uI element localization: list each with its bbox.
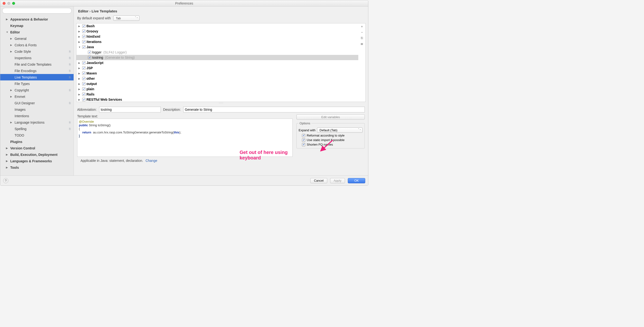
group-row-output[interactable]: ▶✓output (76, 81, 358, 86)
search-input[interactable] (2, 8, 72, 13)
group-checkbox[interactable]: ✓ (82, 93, 86, 96)
group-row-java[interactable]: ▼✓Java (76, 44, 358, 50)
group-row-iterations[interactable]: ▶✓iterations (76, 39, 358, 44)
default-expand-select[interactable]: Tab (113, 15, 140, 21)
copy-button[interactable]: ⎘ (360, 36, 364, 40)
chevron-icon: ▶ (78, 62, 81, 64)
sidebar-item-editor[interactable]: ▼Editor (0, 29, 74, 35)
sidebar-item-spelling[interactable]: Spelling⎘ (0, 126, 74, 132)
group-checkbox[interactable]: ✓ (88, 56, 91, 59)
sidebar-item-gui-designer[interactable]: GUI Designer⎘ (0, 100, 74, 106)
cancel-button[interactable]: Cancel (310, 178, 327, 183)
sidebar-item-build-execution-deployment[interactable]: ▶Build, Execution, Deployment (0, 151, 74, 158)
reformat-checkbox[interactable]: ✓ (302, 134, 305, 137)
sidebar-item-intentions[interactable]: Intentions (0, 113, 74, 119)
sidebar-item-label: File and Code Templates (14, 62, 52, 66)
group-row-other[interactable]: ▶✓other (76, 76, 358, 81)
group-checkbox[interactable]: ✓ (82, 77, 86, 80)
sidebar-item-label: GUI Designer (14, 101, 35, 105)
titlebar: Preferences (0, 0, 368, 6)
group-row-restful-web-services[interactable]: ▶✓RESTful Web Services (76, 97, 358, 102)
template-groups-list[interactable]: ▶✓Bash▶✓Groovy▶✓html/xml▶✓iterations▼✓Ja… (76, 23, 358, 102)
chevron-icon: ▶ (10, 50, 13, 53)
group-checkbox[interactable]: ✓ (82, 45, 86, 49)
group-checkbox[interactable]: ✓ (82, 66, 86, 70)
ok-button[interactable]: OK (348, 178, 365, 183)
abbreviation-input[interactable] (99, 107, 161, 112)
group-checkbox[interactable]: ✓ (82, 29, 86, 33)
group-label: Bash (86, 24, 94, 28)
sidebar-item-images[interactable]: Images (0, 106, 74, 113)
group-label: logger (92, 50, 102, 54)
sidebar-item-languages-frameworks[interactable]: ▶Languages & Frameworks (0, 158, 74, 164)
sidebar-item-emmet[interactable]: ▶Emmet (0, 93, 74, 100)
sidebar-item-label: File Encodings (14, 69, 36, 73)
sidebar-item-code-style[interactable]: ▶Code Style⎘ (0, 48, 74, 55)
project-scope-icon: ⎘ (69, 127, 71, 131)
group-row-jsp[interactable]: ▶✓JSP (76, 65, 358, 71)
group-checkbox[interactable]: ✓ (82, 72, 86, 75)
sidebar-item-file-and-code-templates[interactable]: File and Code Templates⎘ (0, 61, 74, 67)
template-text-editor[interactable]: @Override public String toString() { ret… (77, 119, 292, 157)
chevron-icon: ▶ (78, 77, 81, 80)
group-row-maven[interactable]: ▶✓Maven (76, 71, 358, 76)
remove-button[interactable]: − (360, 30, 364, 34)
sidebar-item-plugins[interactable]: Plugins (0, 138, 74, 145)
dialog-footer: ? Cancel Apply OK (0, 175, 368, 185)
group-row-rails[interactable]: ▶✓Rails (76, 92, 358, 97)
sidebar-item-label: File Types (14, 82, 30, 86)
group-row-bash[interactable]: ▶✓Bash (76, 23, 358, 29)
group-label: JSP (86, 66, 93, 70)
options-group: Options Expand with Default (Tab) ✓Refor… (296, 121, 365, 148)
paste-button[interactable]: ≣ (360, 41, 364, 46)
sidebar-item-file-encodings[interactable]: File Encodings⎘ (0, 67, 74, 74)
group-row-logger[interactable]: ✓logger(SLF4J Logger) (76, 50, 358, 55)
change-context-link[interactable]: Change (146, 159, 157, 163)
sidebar-item-keymap[interactable]: Keymap (0, 22, 74, 29)
sidebar-item-colors-fonts[interactable]: ▶Colors & Fonts (0, 42, 74, 48)
group-row-groovy[interactable]: ▶✓Groovy (76, 29, 358, 34)
chevron-icon: ▶ (78, 93, 81, 96)
reformat-label: Reformat according to style (307, 134, 344, 137)
sidebar-item-todo[interactable]: TODO (0, 132, 74, 138)
group-checkbox[interactable]: ✓ (82, 98, 86, 101)
sidebar-item-language-injections[interactable]: ▶Language Injections⎘ (0, 119, 74, 126)
shorten-fq-checkbox[interactable]: ✓ (302, 143, 305, 146)
sidebar-item-file-types[interactable]: File Types (0, 80, 74, 87)
sidebar-item-general[interactable]: ▶General (0, 35, 74, 42)
expand-with-select[interactable]: Default (Tab) (317, 127, 362, 133)
sidebar-item-label: Appearance & Behavior (10, 17, 48, 21)
group-row-html-xml[interactable]: ▶✓html/xml (76, 34, 358, 39)
group-checkbox[interactable]: ✓ (82, 40, 86, 43)
group-row-plain[interactable]: ▶✓plain (76, 86, 358, 92)
group-label: plain (86, 87, 94, 91)
sidebar-item-label: Version Control (10, 146, 35, 150)
group-row-tostring[interactable]: ✓tostring(Generate to String) (76, 55, 358, 60)
sidebar-item-version-control[interactable]: ▶Version Control (0, 145, 74, 151)
group-label: output (86, 82, 97, 86)
group-checkbox[interactable]: ✓ (82, 24, 86, 28)
help-button[interactable]: ? (3, 178, 8, 183)
static-import-checkbox[interactable]: ✓ (302, 138, 305, 142)
sidebar-item-live-templates[interactable]: Live Templates⎘ (0, 74, 74, 80)
group-label: tostring (92, 56, 103, 59)
splitter-grip[interactable]: ┄┄┄ (74, 102, 368, 104)
group-checkbox[interactable]: ✓ (82, 87, 86, 91)
group-checkbox[interactable]: ✓ (82, 82, 86, 85)
description-input[interactable] (183, 107, 365, 112)
add-button[interactable]: + (360, 24, 364, 29)
sidebar-item-copyright[interactable]: ▶Copyright⎘ (0, 87, 74, 93)
group-checkbox[interactable]: ✓ (82, 35, 86, 38)
sidebar-item-appearance-behavior[interactable]: ▶Appearance & Behavior (0, 16, 74, 22)
group-row-javascript[interactable]: ▶✓JavaScript (76, 60, 358, 65)
settings-tree[interactable]: ▶Appearance & BehaviorKeymap▼Editor▶Gene… (0, 15, 74, 175)
project-scope-icon: ⎘ (69, 69, 71, 72)
group-checkbox[interactable]: ✓ (88, 51, 91, 54)
edit-variables-button[interactable]: Edit variables (296, 114, 365, 120)
sidebar: ⌕ ▶Appearance & BehaviorKeymap▼Editor▶Ge… (0, 6, 74, 175)
apply-button[interactable]: Apply (330, 178, 345, 183)
sidebar-item-tools[interactable]: ▶Tools (0, 164, 74, 171)
group-checkbox[interactable]: ✓ (82, 61, 86, 64)
sidebar-item-inspections[interactable]: Inspections⎘ (0, 55, 74, 61)
sidebar-item-label: Emmet (14, 95, 25, 99)
